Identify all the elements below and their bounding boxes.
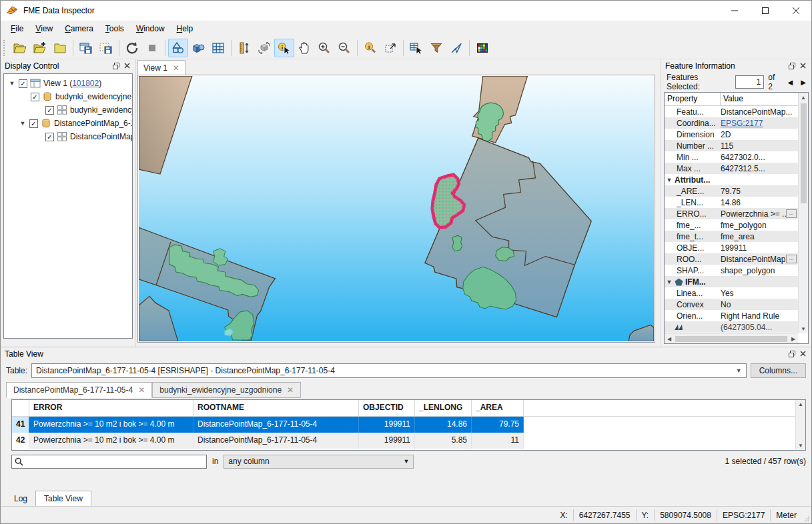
scroll-down-icon[interactable]: ▼ [798,443,803,449]
save-view-button[interactable] [76,39,96,57]
chevron-down-icon[interactable]: ▼ [8,80,16,87]
menu-help[interactable]: Help [171,22,199,35]
scroll-up-icon[interactable]: ▲ [798,401,803,407]
tree-item-view1[interactable]: ▼ ✓ View 1 (101802) [4,77,132,90]
property-row[interactable]: _LEN...14.86 [665,197,798,208]
tab-log[interactable]: Log [6,491,35,506]
property-row[interactable]: Dimension2D [665,129,798,140]
error-column-header[interactable]: ERROR [29,400,193,416]
property-group-row[interactable]: ▼IFM... [665,276,798,287]
resize-grip[interactable] [802,507,811,524]
close-tab-icon[interactable]: ✕ [173,64,179,72]
close-button[interactable] [781,1,811,21]
select-in-table-button[interactable] [406,39,426,57]
checkbox-checked-icon[interactable]: ✓ [45,133,54,141]
rootname-column-header[interactable]: ROOTNAME [193,400,359,416]
table-row[interactable]: 42 Powierzchnia >= 10 m2 i bok >= 4.00 m… [12,433,805,449]
property-row[interactable]: ERRO...Powierzchnia >= ...... [665,208,798,219]
property-row[interactable]: fme_t...fme_area [665,231,798,242]
tab-view1[interactable]: View 1 ✕ [137,60,185,75]
column-filter-dropdown[interactable]: any column ▼ [224,455,414,469]
previous-feature-button[interactable]: ◀ [788,79,793,86]
property-row[interactable]: Orien...Right Hand Rule [665,310,798,321]
vertical-scrollbar[interactable]: ▲ ▼ [795,400,805,450]
objectid-column-header[interactable]: OBJECTID [359,400,415,416]
property-column-header[interactable]: Property [665,93,721,105]
vertical-scrollbar[interactable]: ▲ ▼ [798,93,808,333]
property-row[interactable]: Featu...DistancePointMap... [665,106,798,117]
property-row[interactable]: ConvexNo [665,299,798,310]
columns-button[interactable]: Columns... [751,363,806,378]
property-row[interactable]: Coordina...EPSG:2177 [665,117,798,129]
filter-button[interactable] [426,39,446,57]
property-row[interactable]: OBJE...199911 [665,242,798,253]
area-column-header[interactable]: _AREA [472,400,524,416]
close-dataset-button[interactable] [50,39,70,57]
menu-file[interactable]: File [5,22,29,35]
property-row[interactable]: SHAP...shape_polygon [665,265,798,276]
maximize-button[interactable] [750,1,781,21]
table-select-dropdown[interactable]: DistancePointMap_6-177-11-05-4 [ESRISHAP… [31,363,747,378]
zoom-in-button[interactable] [314,39,334,57]
orbit-button[interactable] [254,39,274,57]
tab-table-view[interactable]: Table View [35,491,91,506]
pan-tool-button[interactable] [294,39,314,57]
scrollbar-thumb[interactable] [801,103,807,203]
close-panel-button[interactable] [797,61,809,71]
menu-camera[interactable]: Camera [59,22,99,35]
open-dataset-button[interactable] [10,39,30,57]
close-tab-icon[interactable]: ✕ [138,386,145,394]
toolbar-drag-handle[interactable] [3,40,7,56]
close-panel-button[interactable] [797,349,809,359]
tree-item-layer2[interactable]: ▼ ✓ DistancePointMap_6-177-11-05-4 [4,117,132,130]
property-row[interactable]: Linea...Yes [665,287,798,299]
refresh-button[interactable] [122,39,142,57]
stop-button[interactable] [142,39,162,57]
expand-value-button[interactable]: ... [786,255,797,263]
table-view-button[interactable] [208,39,228,57]
checkbox-checked-icon[interactable]: ✓ [29,119,38,128]
scroll-down-icon[interactable]: ▼ [801,324,806,333]
menu-view[interactable]: View [29,22,59,35]
property-row[interactable]: Max ...6427312.5... [665,163,798,174]
view-3d-button[interactable] [188,39,208,57]
zoom-out-button[interactable] [334,39,354,57]
table-row[interactable]: 41 Powierzchnia >= 10 m2 i bok >= 4.00 m… [12,417,805,433]
property-row[interactable]: ROO...DistancePointMap... [665,253,798,265]
row-number-header[interactable] [12,400,29,416]
value-column-header[interactable]: Value [721,93,808,105]
chevron-down-icon[interactable]: ▼ [666,279,673,285]
tree-item-sublayer1[interactable]: ✓ budynki_ewidencyjne_uzgodnione [4,103,132,117]
view-2d-features-button[interactable] [168,39,188,57]
float-panel-button[interactable] [110,61,121,71]
feature-information-button[interactable]: i [360,39,380,57]
epsg-link[interactable]: EPSG:2177 [721,119,763,128]
property-group-row[interactable]: ▼Attribut... [665,174,798,185]
checkbox-checked-icon[interactable]: ✓ [45,106,54,115]
property-row[interactable]: Min ...6427302.0... [665,151,798,163]
menu-tools[interactable]: Tools [99,22,130,35]
float-panel-button[interactable] [786,349,797,359]
scroll-right-icon[interactable]: ▶ [789,336,798,342]
chevron-down-icon[interactable]: ▼ [19,120,27,127]
minimize-button[interactable] [719,1,750,21]
checkbox-checked-icon[interactable]: ✓ [31,93,39,101]
scroll-up-icon[interactable]: ▲ [801,93,806,102]
menu-window[interactable]: Window [130,22,171,35]
save-selection-button[interactable] [96,39,116,57]
navigator-button[interactable] [446,39,466,57]
zoom-extents-button[interactable] [380,39,400,57]
scroll-left-icon[interactable]: ◀ [665,336,674,342]
search-input[interactable] [11,455,207,469]
checkbox-checked-icon[interactable]: ✓ [19,79,27,88]
background-color-button[interactable] [472,39,492,57]
lenlong-column-header[interactable]: _LENLONG [415,400,472,416]
tab-budynki[interactable]: budynki_ewidencyjne_uzgodnione ✕ [152,382,301,398]
horizontal-scrollbar[interactable]: ◀ ▶ [665,333,798,343]
map-canvas[interactable] [139,76,654,341]
measure-button[interactable] [234,39,254,57]
select-tool-button[interactable]: i [274,39,294,57]
close-tab-icon[interactable]: ✕ [287,386,294,394]
add-dataset-button[interactable] [30,39,50,57]
tree-item-sublayer2[interactable]: ✓ DistancePointMap_6-177-11-05-4 [4,130,132,143]
